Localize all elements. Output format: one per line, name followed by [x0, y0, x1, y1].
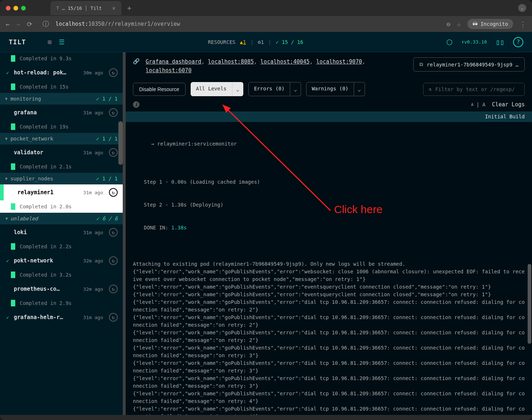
errors-filter[interactable]: Errors (0) ⌄ — [248, 82, 301, 96]
sidebar-resource-item[interactable]: loki31m ago↻ — [0, 224, 123, 240]
browser-menu-icon[interactable]: ⋮ — [520, 20, 526, 28]
resource-name: prometheus-co… — [14, 286, 80, 292]
incognito-icon: 🕶 — [472, 21, 478, 27]
disable-resource-button[interactable]: Disable Resource — [133, 83, 186, 96]
gear-count[interactable]: ⚙1 — [258, 39, 264, 45]
endpoint-link[interactable]: Grafana dashboard — [146, 58, 202, 65]
refresh-icon[interactable]: ↻ — [109, 68, 118, 77]
annotation-label: Click here — [334, 203, 382, 216]
resource-status-line: Completed in 2.2s — [0, 240, 123, 253]
content-header: 🔗 Grafana dashboard, localhost:8085, loc… — [126, 52, 532, 80]
help-icon[interactable]: ? — [513, 37, 523, 47]
log-level-filter[interactable]: All Levels ⌄ — [191, 82, 244, 96]
sidebar-resource-item[interactable]: grafana31m ago↻ — [0, 105, 123, 121]
warning-count[interactable]: ▲1 — [240, 39, 246, 45]
endpoint-link[interactable]: localhost:6070 — [146, 67, 191, 74]
grid-view-icon[interactable]: ⊞ — [48, 38, 52, 46]
bookmark-icon[interactable]: ☆ — [457, 20, 461, 28]
refresh-icon[interactable]: ↻ — [109, 285, 118, 293]
sidebar-resource-item[interactable]: ✓hot-reload: pok…30m ago↻ — [0, 65, 123, 81]
resource-name: loki — [14, 229, 80, 236]
endpoint-link[interactable]: localhost:8085 — [208, 58, 254, 65]
resource-status-line: Completed in 2.0s — [0, 200, 123, 213]
chevron-down-icon[interactable]: ⌄ — [232, 82, 244, 96]
log-filter-input[interactable]: ⚗ Filter by text or /regexp/ — [423, 83, 525, 96]
resource-name: grafana — [14, 109, 80, 116]
resource-status-line: Completed in 19s — [0, 121, 123, 133]
refresh-icon[interactable]: ↻ — [109, 108, 118, 117]
status-icon: ✓ — [5, 70, 10, 75]
font-smaller-button[interactable]: A — [471, 102, 474, 107]
refresh-icon[interactable]: ↻ — [109, 148, 118, 157]
build-banner: Initial Build — [126, 111, 532, 122]
nav-forward-icon[interactable]: → — [16, 20, 20, 28]
resource-age: 32m ago — [83, 258, 103, 264]
resource-status-line: Completed in 2.1s — [0, 160, 123, 173]
copy-icon: ⧉ — [419, 61, 423, 68]
refresh-icon[interactable]: ↻ — [109, 188, 118, 197]
chevron-down-icon[interactable]: ⌄ — [290, 82, 301, 96]
browser-tab[interactable]: T … 15/16 ┊ Tilt × — [50, 1, 121, 15]
resource-name: relayminer1 — [17, 189, 80, 196]
sidebar-group-header[interactable]: ▼pocket_network✓ 1 / 1 — [0, 133, 123, 144]
sidebar-resource-item[interactable]: ✓grafana-helm-r…31m ago↻ — [0, 309, 123, 325]
refresh-icon[interactable]: ↻ — [109, 256, 118, 265]
log-scrollbar[interactable] — [528, 264, 531, 344]
tabs-menu-button[interactable]: ⌄ — [518, 4, 526, 12]
chevron-down-icon: ▼ — [5, 136, 8, 141]
version-label[interactable]: ⬆v0.33.10 — [461, 39, 487, 45]
snapshot-icon[interactable]: ▯▯ — [496, 38, 504, 46]
log-line: {"level":"error","work_name":"goPublishE… — [133, 375, 525, 390]
view-toggle: ⊞ ☰ — [48, 38, 65, 46]
resource-age: 31m ago — [83, 230, 103, 235]
info-icon[interactable]: i — [133, 101, 139, 108]
new-tab-button[interactable]: + — [127, 4, 131, 12]
nav-back-icon[interactable]: ← — [6, 20, 10, 28]
resource-age: 30m ago — [83, 70, 103, 76]
zoom-icon[interactable]: ⊖ — [446, 20, 450, 28]
tab-title: … 15/16 ┊ Tilt — [62, 5, 102, 11]
sidebar-resource-item[interactable]: validator31m ago↻ — [0, 144, 123, 160]
chevron-down-icon: ▼ — [5, 216, 8, 221]
log-line: {"level":"error","work_name":"goPublishE… — [133, 268, 525, 283]
pod-name-chip[interactable]: ⧉ relayminer1-7b96849549-9jsp9 … — [413, 57, 525, 72]
resource-status-line: Completed in 2.9s — [0, 297, 123, 309]
sidebar-resource-item[interactable]: prometheus-co…32m ago↻ — [0, 281, 123, 297]
minimize-window-button[interactable] — [13, 6, 18, 11]
chevron-down-icon[interactable]: ⌄ — [354, 82, 365, 96]
resource-name: grafana-helm-r… — [14, 314, 80, 321]
healthy-count[interactable]: ✓ 15 / 16 — [276, 39, 303, 45]
sidebar: Completed in 9.3s ✓hot-reload: pok…30m a… — [0, 52, 126, 415]
link-icon: 🔗 — [133, 58, 140, 65]
incognito-badge[interactable]: 🕶 Incognito — [467, 19, 513, 29]
log-line: {"level":"error","work_name":"goPublishE… — [133, 329, 525, 344]
log-line: Attaching to existing pod (relayminer1-7… — [133, 260, 525, 268]
url-display[interactable]: localhost:10350/r/relayminer1/overview — [56, 21, 440, 27]
window-controls — [6, 6, 26, 11]
sidebar-group-header[interactable]: ▼supplier_nodes✓ 1 / 1 — [0, 173, 123, 184]
close-window-button[interactable] — [6, 6, 11, 11]
clear-logs-button[interactable]: Clear Logs — [492, 101, 525, 108]
sidebar-resource-item[interactable]: relayminer131m ago↻ — [0, 184, 123, 200]
sidebar-group-header[interactable]: ▼unlabeled✓ 6 / 6 — [0, 213, 123, 224]
status-icon: ✓ — [5, 258, 10, 263]
resources-summary: RESOURCES ▲1 | ⚙1 | ✓ 15 / 16 — [208, 39, 303, 45]
log-line: {"level":"error","work_name":"goPublishE… — [133, 283, 525, 291]
cluster-icon[interactable]: ⬡ — [446, 38, 452, 46]
log-viewer[interactable]: Initial Build → relayminer1:servicemonit… — [126, 111, 532, 415]
titlebar: T … 15/16 ┊ Tilt × + ⌄ — [0, 0, 532, 16]
tilt-logo[interactable]: TILT — [9, 38, 26, 46]
nav-reload-icon[interactable]: ⟳ — [27, 20, 32, 28]
tab-close-icon[interactable]: × — [112, 5, 115, 12]
list-view-icon[interactable]: ☰ — [59, 38, 65, 46]
endpoint-link[interactable]: localhost:40045 — [260, 58, 309, 65]
warnings-filter[interactable]: Warnings (0) ⌄ — [306, 82, 365, 96]
sidebar-group-header[interactable]: ▼monitoring✓ 1 / 1 — [0, 93, 123, 105]
site-info-icon[interactable]: ⓘ — [42, 20, 49, 28]
refresh-icon[interactable]: ↻ — [109, 228, 118, 237]
endpoint-link[interactable]: localhost:9070 — [316, 58, 362, 65]
font-larger-button[interactable]: A — [482, 102, 485, 107]
sidebar-resource-item[interactable]: ✓pokt-network32m ago↻ — [0, 253, 123, 269]
maximize-window-button[interactable] — [21, 6, 26, 11]
refresh-icon[interactable]: ↻ — [109, 313, 118, 322]
